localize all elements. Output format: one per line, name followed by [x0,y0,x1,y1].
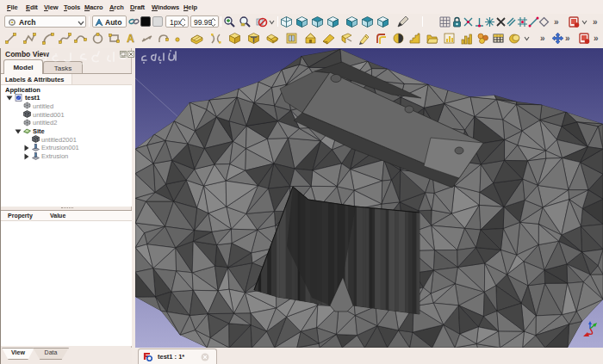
svg-text:A: A [127,33,134,45]
